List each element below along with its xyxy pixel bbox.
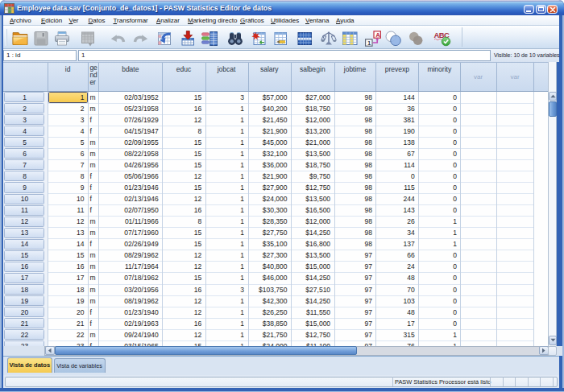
svg-text:1: 1 — [367, 39, 371, 46]
svg-text:A: A — [375, 31, 380, 38]
